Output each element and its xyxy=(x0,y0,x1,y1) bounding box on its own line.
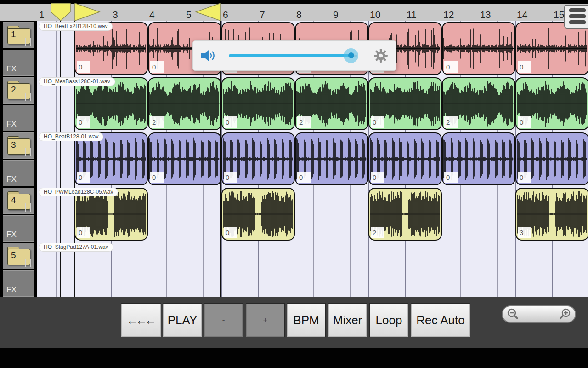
drag-grip-icon[interactable] xyxy=(25,93,32,101)
magnifier-minus-icon[interactable] xyxy=(506,307,520,321)
drag-grip-icon[interactable] xyxy=(25,38,32,46)
clip-offset-label: 0 xyxy=(224,172,237,183)
ruler-measure-number: 6 xyxy=(223,9,228,20)
audio-clip[interactable]: 0 xyxy=(221,188,295,241)
bpm-button[interactable]: BPM xyxy=(287,304,325,337)
fx-label: FX xyxy=(6,285,17,294)
audio-clip[interactable]: 2 xyxy=(295,77,368,130)
playhead-marker[interactable] xyxy=(50,3,71,21)
track-number: 1 xyxy=(11,29,16,40)
audio-clip[interactable]: 0 xyxy=(148,132,221,185)
clip-offset-label: 0 xyxy=(150,61,164,73)
ruler-measure-number: 12 xyxy=(443,9,454,20)
audio-clip[interactable]: 0 xyxy=(221,77,295,130)
clip-offset-label: 2 xyxy=(371,227,384,238)
track-name-label: HO_StagPad127A-01.wav xyxy=(39,243,113,251)
audio-clip[interactable]: 2 xyxy=(148,77,221,130)
track-number: 4 xyxy=(11,195,16,205)
magnifier-plus-icon[interactable] xyxy=(558,307,571,321)
drag-grip-icon[interactable] xyxy=(25,203,32,212)
track-fx-button[interactable]: FX xyxy=(3,215,34,242)
loop-start-marker[interactable] xyxy=(74,3,101,21)
play-button[interactable]: PLAY xyxy=(163,304,202,337)
track-name-label: HO_BeatFx2B128-10.wav xyxy=(39,23,112,30)
loop-button[interactable]: Loop xyxy=(370,304,408,337)
track-number: 2 xyxy=(11,85,16,95)
clip-offset-label: 0 xyxy=(518,172,531,183)
track-name-label: HO_PWMLead128C-05.wav xyxy=(39,188,118,196)
clip-offset-label: 3 xyxy=(518,227,531,238)
fx-label: FX xyxy=(6,64,17,74)
volume-popup xyxy=(192,40,396,71)
clip-offset-label: 0 xyxy=(518,116,531,128)
drag-grip-icon[interactable] xyxy=(25,259,32,267)
audio-clip[interactable]: 0 xyxy=(368,77,442,130)
track-name-label: HO_BeatB128-01.wav xyxy=(39,133,103,141)
fx-label: FX xyxy=(6,175,17,184)
audio-clip[interactable]: 2 xyxy=(368,188,442,241)
clip-offset-label: 0 xyxy=(444,172,458,183)
audio-clip[interactable]: 2 xyxy=(442,77,515,130)
track-number: 5 xyxy=(11,250,16,260)
android-navbar: 9:03AM xyxy=(0,348,588,368)
track-folder-button[interactable]: 3 xyxy=(3,132,34,159)
audio-clip[interactable]: 3 xyxy=(515,188,588,241)
rewind-button[interactable]: ←←← xyxy=(121,304,161,337)
ruler-measure-number: 5 xyxy=(186,9,192,20)
ruler-measure-number: 15 xyxy=(554,9,564,20)
speaker-icon[interactable] xyxy=(200,49,217,63)
ruler-measure-number: 14 xyxy=(517,9,527,20)
track-sidebar: 1FX2FX3FX4FX5FX xyxy=(0,21,37,297)
audio-clip[interactable]: 0 xyxy=(515,22,588,75)
track-fx-button[interactable]: FX xyxy=(3,270,34,297)
audio-clip[interactable]: 0 xyxy=(295,132,368,185)
audio-clip[interactable]: 0 xyxy=(442,22,515,75)
drag-grip-icon[interactable] xyxy=(25,148,32,156)
clip-offset-label: 0 xyxy=(77,61,90,73)
ruler-measure-number: 13 xyxy=(480,9,491,20)
playhead-line xyxy=(60,21,61,297)
ruler-measure-number: 7 xyxy=(260,9,265,20)
track-name-label: HO_MesBass128C-01.wav xyxy=(39,78,115,86)
clip-offset-label: 2 xyxy=(444,116,458,128)
audio-clip[interactable]: 0 xyxy=(442,132,515,185)
clip-offset-label: 2 xyxy=(297,116,311,128)
track-fx-button[interactable]: FX xyxy=(3,160,34,186)
zoom-control xyxy=(502,305,576,323)
minus-button[interactable]: - xyxy=(204,304,243,337)
clip-offset-label: 0 xyxy=(444,61,458,73)
track-number: 3 xyxy=(11,140,16,150)
track-folder-button[interactable]: 1 xyxy=(3,22,34,48)
plus-button[interactable]: + xyxy=(246,304,284,337)
ruler-measure-number: 1 xyxy=(39,9,45,20)
audio-clip[interactable]: 0 xyxy=(515,77,588,130)
clip-offset-label: 0 xyxy=(518,61,531,73)
rec-auto-button[interactable]: Rec Auto xyxy=(411,304,470,337)
audio-clip[interactable]: 0 xyxy=(515,132,588,185)
hamburger-menu-icon xyxy=(569,8,586,12)
loop-end-marker[interactable] xyxy=(195,3,221,21)
track-fx-button[interactable]: FX xyxy=(3,105,34,131)
gear-icon[interactable] xyxy=(373,48,389,63)
clip-offset-label: 0 xyxy=(224,227,237,238)
clip-offset-label: 0 xyxy=(224,116,237,128)
ruler-measure-number: 9 xyxy=(333,9,339,20)
transport-toolbar: ←←← PLAY - + BPM Mixer Loop Rec Auto xyxy=(0,297,588,348)
ruler-measure-number: 4 xyxy=(149,9,155,20)
track-fx-button[interactable]: FX xyxy=(3,50,34,76)
clip-offset-label: 0 xyxy=(77,172,90,183)
mixer-button[interactable]: Mixer xyxy=(328,304,367,337)
track-folder-button[interactable]: 4 xyxy=(3,188,34,214)
track-folder-button[interactable]: 5 xyxy=(3,243,34,269)
clip-offset-label: 0 xyxy=(371,116,384,128)
clip-offset-label: 0 xyxy=(371,172,384,183)
clip-offset-label: 0 xyxy=(77,116,90,128)
fx-label: FX xyxy=(6,230,17,239)
track-folder-button[interactable]: 2 xyxy=(3,77,34,104)
daw-screen: 123456789101112131415 1FX2FX3FX4FX5FX 00… xyxy=(0,0,588,368)
audio-clip[interactable]: 0 xyxy=(368,132,442,185)
audio-clip[interactable]: 0 xyxy=(221,132,295,185)
ruler-measure-number: 3 xyxy=(113,9,118,20)
clip-offset-label: 0 xyxy=(150,172,164,183)
menu-button[interactable] xyxy=(564,5,588,29)
